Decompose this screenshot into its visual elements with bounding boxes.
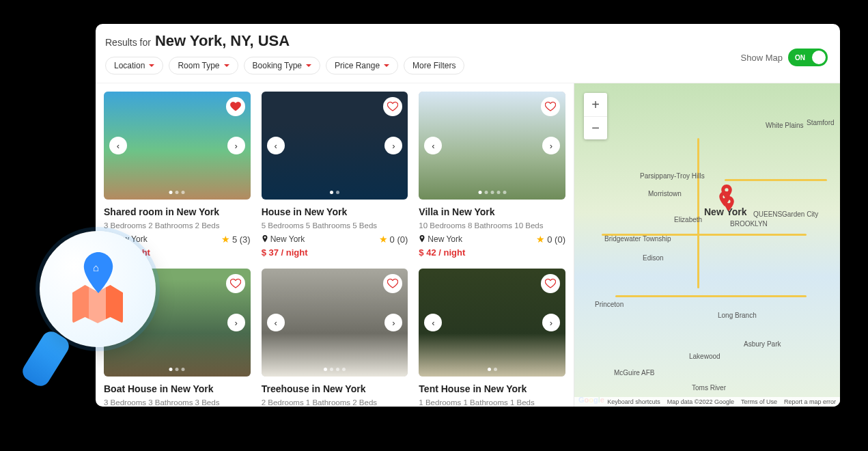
keyboard-shortcuts-link[interactable]: Keyboard shortcuts [607,398,660,405]
magnifier-handle [19,328,72,390]
listing-meta: 3 Bedrooms 3 Bathrooms 3 Beds [104,398,251,407]
toggle-knob [812,51,826,64]
map-place-label: Parsippany-Troy Hills [640,172,705,180]
carousel-dot[interactable] [478,191,481,194]
filter-location[interactable]: Location [105,57,163,74]
carousel-dot[interactable] [169,191,173,194]
show-map-label: Show Map [741,53,783,63]
map-place-label: Bridgewater Township [604,235,671,243]
filter-label: More Filters [412,61,456,70]
carousel-next-button[interactable]: › [384,314,402,331]
carousel-dot[interactable] [182,191,185,194]
results-for-label: Results for [105,37,151,48]
results-location: New York, NY, USA [155,32,290,50]
listing-rating: ★5 (3) [221,234,251,245]
listing-meta: 10 Bedrooms 8 Bathrooms 10 Beds [419,221,565,230]
map-place-label: Lakewood [689,353,720,360]
star-icon: ★ [536,234,545,245]
star-icon: ★ [221,234,230,245]
map-panel[interactable]: + − White PlainsStamfordParsippany-Troy … [574,83,840,407]
carousel-next-button[interactable]: › [542,314,560,331]
carousel-dot[interactable] [336,368,339,371]
carousel-dots [169,368,185,371]
carousel-dot[interactable] [342,368,346,371]
filter-more-filters[interactable]: More Filters [404,57,464,74]
listing-title: Boat House in New York [104,383,251,394]
filter-label: Booking Type [253,61,303,70]
listing-image-carousel: ‹› [104,92,251,200]
carousel-dot[interactable] [330,191,333,194]
map-place-label: Toms River [692,384,726,392]
filter-price-range[interactable]: Price Range [326,57,398,74]
caret-down-icon [384,64,389,67]
carousel-next-button[interactable]: › [384,137,402,154]
toggle-state-text: ON [795,54,805,62]
map-place-label: Stamford [807,119,835,126]
filter-booking-type[interactable]: Booking Type [244,57,321,74]
map-place-label: Princeton [595,301,624,308]
favorite-button[interactable] [226,97,245,116]
favorite-button[interactable] [226,274,245,293]
carousel-prev-button[interactable]: ‹ [267,137,285,154]
carousel-prev-button[interactable]: ‹ [109,137,127,154]
map-zoom-controls: + − [584,93,607,139]
listing-title: Villa in New York [419,206,565,217]
carousel-dot[interactable] [496,191,500,194]
carousel-prev-button[interactable]: ‹ [424,314,442,331]
listing-image-carousel: ‹› [262,269,408,377]
pin-icon [419,235,425,243]
carousel-next-button[interactable]: › [227,137,245,154]
favorite-button[interactable] [541,97,560,116]
filter-label: Room Type [178,61,219,70]
listing-price: $ 42 / night [419,247,565,258]
favorite-button[interactable] [541,274,560,293]
carousel-dot[interactable] [484,191,488,194]
caret-down-icon [224,64,229,67]
listing-location: New York [262,234,305,244]
listing-card[interactable]: ‹›Treehouse in New York2 Bedrooms 1 Bath… [262,269,408,407]
carousel-dot[interactable] [503,191,506,194]
filter-room-type[interactable]: Room Type [169,57,238,74]
map-place-label: McGuire AFB [614,369,654,377]
carousel-dot[interactable] [494,368,497,371]
show-map-toggle[interactable]: ON [788,49,828,66]
caret-down-icon [306,64,311,67]
map-place-label: Edison [643,254,664,262]
carousel-dot[interactable] [176,368,179,371]
listing-card[interactable]: ‹›Tent House in New York1 Bedrooms 1 Bat… [419,269,565,407]
carousel-prev-button[interactable]: ‹ [267,314,285,331]
listings-grid: ‹›Shared room in New York3 Bedrooms 2 Ba… [104,92,565,407]
map-place-label: Elizabeth [674,216,702,223]
carousel-dot[interactable] [324,368,327,371]
map-place-label: Asbury Park [744,340,781,348]
listing-meta: 1 Bedrooms 1 Bathrooms 1 Beds [419,398,565,407]
map-pin[interactable] [721,184,732,195]
carousel-dots [330,191,339,194]
carousel-dot[interactable] [182,368,185,371]
listing-meta: 5 Bedrooms 5 Bathrooms 5 Beds [262,221,408,230]
carousel-next-button[interactable]: › [227,314,245,331]
zoom-in-button[interactable]: + [584,93,607,116]
terms-link[interactable]: Terms of Use [741,398,777,405]
star-icon: ★ [379,234,388,245]
map-road [615,295,807,297]
filter-bar: LocationRoom TypeBooking TypePrice Range… [96,50,840,83]
zoom-out-button[interactable]: − [584,116,607,139]
carousel-next-button[interactable]: › [542,137,560,154]
carousel-dot[interactable] [169,368,173,371]
report-error-link[interactable]: Report a map error [784,398,836,405]
listing-title: Treehouse in New York [262,383,408,394]
listing-info-row: New York★0 (0) [419,234,565,245]
carousel-dot[interactable] [488,368,491,371]
carousel-dot[interactable] [336,191,339,194]
listing-card[interactable]: ‹›Villa in New York10 Bedrooms 8 Bathroo… [419,92,565,258]
caret-down-icon [149,64,154,67]
house-icon: ⌂ [93,262,99,273]
carousel-prev-button[interactable]: ‹ [424,137,442,154]
carousel-dot[interactable] [176,191,179,194]
carousel-dots [488,368,497,371]
carousel-dot[interactable] [490,191,494,194]
pin-icon [262,235,268,243]
listing-card[interactable]: ‹›House in New York5 Bedrooms 5 Bathroom… [262,92,408,258]
carousel-dot[interactable] [330,368,333,371]
